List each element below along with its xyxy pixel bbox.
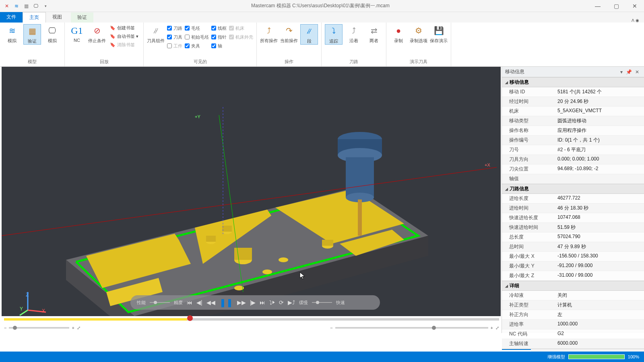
next-step-icon[interactable]: |▶ [250, 299, 256, 306]
viewport-3d[interactable]: +X +Y Z X Y 性能 精度 ⏮ ◀| ◀◀ ❚❚ ▶▶ |▶ ⏭ ⤵▶ … [2, 67, 501, 316]
ribbon-group-toolpath: ⤵追踪 ⤴沿着 ⇄两者 刀路 [322, 23, 386, 66]
cursor-icon [299, 272, 305, 280]
verify-button[interactable]: ▦验证 [23, 24, 41, 45]
svg-text:+X: +X [485, 162, 490, 167]
current-op-button[interactable]: ↷当前操作 [280, 24, 298, 45]
panel-header: 移动信息 ▾ 📌 ✕ [502, 67, 644, 77]
status-percent: 100% [628, 354, 639, 359]
ribbon-group-playback: G1NC ⊘停止条件 🔖创建书签 🔖自动书签 ▾ 🔖清除书签 回放 [65, 23, 144, 66]
simulate2-button[interactable]: 🖵模拟 [43, 24, 61, 45]
zoom-in-icon[interactable]: + [72, 325, 74, 330]
simulate-button[interactable]: ≋模拟 [3, 24, 21, 45]
pause-icon[interactable]: ❚❚ [219, 298, 233, 307]
both-button[interactable]: ⇄两者 [365, 24, 383, 45]
playback-bar: 性能 精度 ⏮ ◀| ◀◀ ❚❚ ▶▶ |▶ ⏭ ⤵▶ ⟳ ▶⤴ 缓慢 快速 [130, 295, 380, 310]
chk-initstock[interactable] [185, 35, 190, 39]
world-axes: +X +Y [2, 67, 501, 316]
all-ops-button[interactable]: ⤴所有操作 [260, 24, 278, 45]
auto-bookmark-button[interactable]: 🔖自动书签 ▾ [108, 33, 140, 40]
nc-button[interactable]: G1NC [68, 24, 86, 49]
ribbon-group-ops: ⤴所有操作 ↷当前操作 ⫽段 操作 [257, 23, 322, 66]
qat-dropdown-icon[interactable]: ▾ [42, 2, 49, 10]
loop-a-icon[interactable]: ⤵▶ [269, 299, 275, 306]
status-label: 增强模型 [547, 354, 565, 360]
chk-fixture[interactable] [185, 43, 190, 48]
perf-slider[interactable] [150, 302, 170, 303]
svg-line-25 [2, 167, 497, 236]
stop-conditions-button[interactable]: ⊘停止条件 [88, 24, 106, 49]
zoom-out2-icon[interactable]: − [330, 325, 332, 330]
record-options-button[interactable]: ⚙录制选项 [410, 24, 427, 44]
expand-icon[interactable]: ⤢ [77, 325, 80, 331]
forward-icon[interactable]: ▶▶ [237, 299, 246, 306]
section-path-info[interactable]: 刀路信息 [502, 184, 644, 194]
window-buttons: — ▢ ✕ [588, 0, 644, 12]
tab-file[interactable]: 文件 [0, 12, 23, 23]
skip-start-icon[interactable]: ⏮ [187, 299, 192, 306]
timeline[interactable] [4, 317, 499, 322]
tab-view[interactable]: 视图 [46, 12, 68, 23]
ribbon-group-model: ≋模拟 ▦验证 🖵模拟 模型 [0, 23, 65, 66]
add-icon[interactable]: ▦ [23, 2, 30, 10]
wave-icon[interactable]: ≋ [13, 2, 20, 10]
panel-pin-icon[interactable]: 📌 [624, 69, 634, 75]
rewind-icon[interactable]: ◀◀ [206, 299, 215, 306]
loop-b-icon[interactable]: ▶⤴ [288, 299, 295, 306]
chk-part[interactable] [167, 43, 172, 48]
create-bookmark-button[interactable]: 🔖创建书签 [108, 24, 140, 32]
tab-home[interactable]: 主页 [23, 12, 46, 23]
progress-bar [568, 354, 625, 359]
section-move-info[interactable]: 移动信息 [502, 77, 644, 87]
chk-wire[interactable] [211, 26, 216, 31]
ribbon-group-visible: ⫽刀具组件 刀路 刀具 工件 毛坯 初始毛坯 夹具 线框 指针 轴 机床 机床外… [144, 23, 257, 66]
quick-access-toolbar: ✕ ≋ ▦ 🖵 ▾ [0, 2, 52, 10]
along-button[interactable]: ⤴沿着 [345, 24, 363, 45]
zoom-slider-right[interactable] [335, 327, 488, 329]
chk-machine [229, 26, 234, 31]
svg-line-26 [219, 115, 243, 292]
repeat-icon[interactable]: ⟳ [279, 299, 284, 306]
ribbon-group-demo: ●录制 ⚙录制选项 💾保存演示 演示刀具 [386, 23, 451, 66]
speed-slider[interactable] [312, 302, 332, 303]
clear-bookmark-button[interactable]: 🔖清除书签 [108, 41, 140, 49]
expand2-icon[interactable]: ⤢ [495, 325, 499, 331]
chk-toolpath[interactable] [167, 26, 172, 31]
zoom-row: − + ⤢ − + ⤢ [4, 324, 499, 331]
chk-machine-ext [229, 35, 234, 39]
info-panel: 移动信息 ▾ 📌 ✕ 移动信息 移动 ID5181 个(共 14262 个 经过… [502, 67, 644, 333]
zoom-slider-left[interactable] [9, 327, 69, 329]
chk-ptr[interactable] [211, 35, 216, 39]
prev-step-icon[interactable]: ◀| [196, 299, 202, 306]
close-button[interactable]: ✕ [625, 0, 644, 12]
panel-close-icon[interactable]: ✕ [634, 69, 641, 75]
skip-end-icon[interactable]: ⏭ [260, 299, 265, 306]
window-title: Mastercam 模拟器 C:\Users\asus\Desktop\01\案… [52, 2, 588, 9]
section-detail[interactable]: 详细 [502, 281, 644, 291]
segment-button[interactable]: ⫽段 [300, 24, 318, 45]
app-icon: ✕ [3, 2, 10, 10]
svg-text:+Y: +Y [195, 114, 200, 119]
monitor-icon[interactable]: 🖵 [32, 2, 39, 10]
zoom-out-icon[interactable]: − [4, 325, 6, 330]
minimize-button[interactable]: — [588, 0, 607, 12]
chk-axis[interactable] [211, 43, 216, 48]
title-bar: ✕ ≋ ▦ 🖵 ▾ Mastercam 模拟器 C:\Users\asus\De… [0, 0, 644, 12]
ribbon: ≋模拟 ▦验证 🖵模拟 模型 G1NC ⊘停止条件 🔖创建书签 🔖自动书签 ▾ … [0, 23, 644, 67]
save-demo-button[interactable]: 💾保存演示 [430, 24, 448, 44]
panel-dropdown-icon[interactable]: ▾ [619, 69, 624, 75]
ribbon-collapse-icon[interactable]: ᐱ ◉ [627, 18, 644, 23]
track-button[interactable]: ⤵追踪 [325, 24, 343, 45]
status-bar: 增强模型 100% [0, 352, 644, 362]
record-button[interactable]: ●录制 [390, 24, 407, 44]
tool-assembly-button[interactable]: ⫽刀具组件 [147, 24, 165, 50]
zoom-in2-icon[interactable]: + [491, 325, 493, 330]
chk-tool[interactable] [167, 35, 172, 39]
timeline-thumb[interactable] [187, 315, 193, 321]
chk-stock[interactable] [185, 26, 190, 31]
maximize-button[interactable]: ▢ [607, 0, 625, 12]
tab-verify[interactable]: 验证 [71, 12, 93, 23]
ribbon-tabs: 文件 主页 视图 验证 ᐱ ◉ [0, 12, 644, 23]
